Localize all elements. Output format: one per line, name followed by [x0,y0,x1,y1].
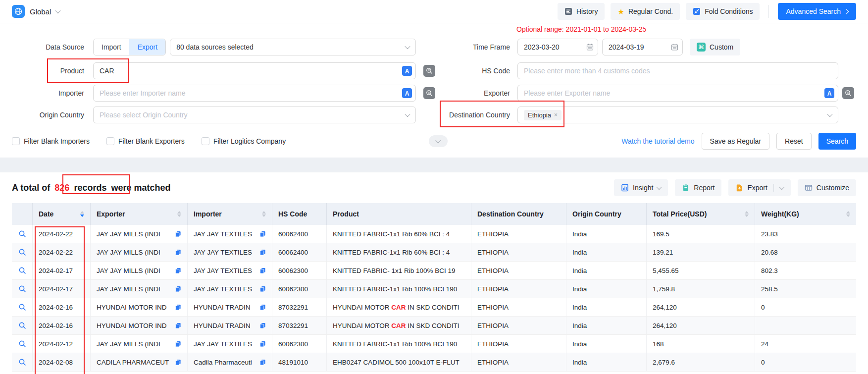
customize-button[interactable]: Customize [798,179,856,196]
reset-button[interactable]: Reset [776,133,812,150]
chevron-down-icon[interactable] [779,184,784,190]
copy-icon[interactable] [175,286,181,292]
translate-icon[interactable]: A [402,88,412,98]
copy-icon[interactable] [175,231,181,237]
insight-button[interactable]: Insight [614,179,668,196]
view-detail-icon[interactable] [18,285,26,293]
copy-icon[interactable] [259,249,266,256]
report-button[interactable]: Report [675,179,721,196]
cell-origin-country: India [566,353,647,371]
copy-icon[interactable] [175,322,181,329]
sort-icon[interactable] [177,211,181,217]
export-button[interactable]: Export [728,179,790,196]
cell-hs-code: 60062400 [272,243,327,261]
copy-icon[interactable] [259,231,266,237]
table-row[interactable]: 2024-02-17 JAY JAY MILLS (INDI JAY JAY T… [12,262,856,280]
product-text: KNITTED FABRIC-1x1 Rib 60% BCI : 4 [333,230,450,238]
product-keyword-highlight: CAR [391,304,406,311]
product-input[interactable] [93,62,416,79]
column-header-actions [12,203,33,225]
form-row-datasource: Data Source Import Export 80 data source… [12,38,856,56]
cell-origin-country: India [566,280,647,298]
search-button[interactable]: Search [818,133,856,150]
column-header-exporter[interactable]: Exporter [91,203,188,225]
product-text: IN SKD CONDITI [406,304,460,311]
report-label: Report [694,184,715,192]
data-source-select[interactable]: 80 data sources selected [170,39,416,55]
filter-logitics-company-checkbox[interactable]: Filter Logitics Company [202,137,286,145]
exact-match-icon[interactable] [842,87,854,99]
hs-code-input[interactable] [517,62,838,79]
view-detail-icon[interactable] [18,230,26,238]
copy-icon[interactable] [259,286,266,292]
column-header-weight[interactable]: Weight(KG) [755,203,856,225]
sort-icon[interactable] [80,211,84,217]
view-detail-icon[interactable] [18,321,26,329]
collapse-conditions-button[interactable] [429,135,448,147]
view-detail-icon[interactable] [18,248,26,256]
table-row[interactable]: 2024-02-16 HYUNDAI MOTOR IND HYUNDAI TRA… [12,298,856,317]
table-row[interactable]: 2024-02-22 JAY JAY MILLS (INDI JAY JAY T… [12,243,856,262]
sort-icon[interactable] [745,211,749,217]
region-selector[interactable]: Global [12,5,60,18]
sort-icon[interactable] [846,211,850,217]
destination-country-select[interactable]: Ethiopia × [517,107,838,123]
copy-icon[interactable] [175,267,181,274]
view-detail-icon[interactable] [18,267,26,274]
importer-name: JAY JAY TEXTILES [194,285,252,293]
copy-icon[interactable] [175,304,181,311]
column-header-importer[interactable]: Importer [188,203,272,225]
origin-country-select[interactable]: Please select Origin Country [93,107,416,123]
view-detail-icon[interactable] [18,358,26,366]
export-toggle[interactable]: Export [129,39,165,55]
copy-icon[interactable] [175,249,181,256]
table-row[interactable]: 2024-02-22 JAY JAY MILLS (INDI JAY JAY T… [12,225,856,243]
start-date-field[interactable] [517,39,598,55]
table-row[interactable]: 2024-02-16 HYUNDAI MOTOR IND HYUNDAI TRA… [12,317,856,335]
column-label: Origin Country [572,210,621,218]
column-header-total-price[interactable]: Total Price(USD) [647,203,755,225]
import-toggle[interactable]: Import [94,39,129,55]
exporter-name: CADILA PHARMACEUT [97,359,169,366]
cell-date: 2024-02-22 [33,225,91,243]
copy-icon[interactable] [259,341,266,347]
form-row-importer: Importer A Exporter A [12,84,856,102]
exporter-name: JAY JAY MILLS (INDI [97,267,160,274]
translate-icon[interactable]: A [824,88,834,98]
copy-icon[interactable] [259,359,266,366]
copy-icon[interactable] [175,359,181,366]
history-button[interactable]: History [558,3,605,20]
copy-icon[interactable] [259,267,266,274]
fold-conditions-button[interactable]: Fold Conditions [686,3,760,20]
filter-blank-importers-checkbox[interactable]: Filter Blank Importers [12,137,90,145]
custom-timeframe-button[interactable]: ⌘ Custom [690,39,740,55]
filter-label: Filter Logitics Company [213,137,286,145]
advanced-search-button[interactable]: Advanced Search [778,3,856,20]
importer-input[interactable] [93,85,416,102]
end-date-field[interactable] [602,39,683,55]
column-label: Destination Country [477,210,544,218]
sort-icon[interactable] [262,211,266,217]
table-row[interactable]: 2024-02-08 CADILA PHARMACEUT Cadila Phar… [12,353,856,372]
cell-importer: JAY JAY TEXTILES [188,280,272,298]
copy-icon[interactable] [259,304,266,311]
filter-blank-exporters-checkbox[interactable]: Filter Blank Exporters [106,137,185,145]
exact-match-icon[interactable] [423,65,435,77]
column-header-date[interactable]: Date [33,203,91,225]
translate-icon[interactable]: A [402,66,412,76]
regular-conditions-button[interactable]: ★ Regular Cond. [611,3,680,20]
cell-total-price: 2,679.6 [647,353,755,371]
exact-match-icon[interactable] [423,87,435,99]
copy-icon[interactable] [175,341,181,347]
table-row[interactable]: 2024-02-12 JAY JAY MILLS (INDI JAY JAY T… [12,335,856,353]
copy-icon[interactable] [259,322,266,329]
results-table: DateExporterImporterHS CodeProductDestin… [12,203,856,372]
remove-tag-icon[interactable]: × [554,111,558,118]
view-detail-icon[interactable] [18,340,26,348]
table-row[interactable]: 2024-02-17 JAY JAY MILLS (INDI JAY JAY T… [12,280,856,298]
save-as-regular-button[interactable]: Save as Regular [702,133,770,150]
cell-exporter: JAY JAY MILLS (INDI [91,243,188,261]
exporter-input[interactable] [517,85,838,102]
tutorial-link[interactable]: Watch the tutorial demo [621,137,694,145]
view-detail-icon[interactable] [18,303,26,311]
